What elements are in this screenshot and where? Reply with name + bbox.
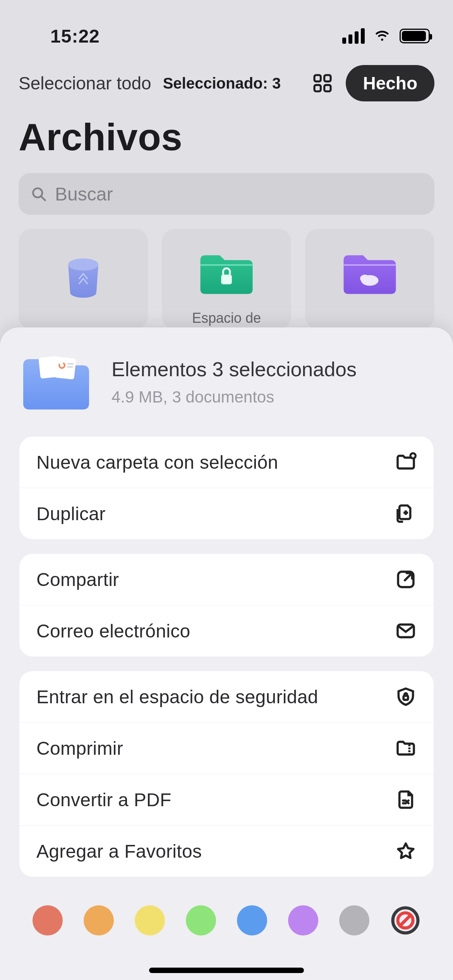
share-icon xyxy=(395,569,417,590)
secure-folder-icon xyxy=(197,250,256,297)
svg-rect-3 xyxy=(324,85,331,91)
shield-lock-icon xyxy=(395,686,417,708)
trash-icon xyxy=(58,250,108,301)
color-tags-row xyxy=(19,891,434,953)
color-tag-grey[interactable] xyxy=(339,905,369,935)
convert-pdf-row[interactable]: Convertir a PDF xyxy=(19,774,434,825)
enter-secure-space-row[interactable]: Entrar en el espacio de seguridad xyxy=(19,671,434,722)
color-tag-red[interactable] xyxy=(33,905,63,935)
svg-rect-23 xyxy=(403,696,408,700)
toolbar: Seleccionar todo Seleccionado: 3 Hecho xyxy=(0,58,453,101)
duplicate-row[interactable]: Duplicar xyxy=(19,488,434,539)
color-tag-orange[interactable] xyxy=(84,905,114,935)
color-tag-blue[interactable] xyxy=(237,905,267,935)
search-field[interactable] xyxy=(19,173,434,215)
row-label: Nueva carpeta con selección xyxy=(36,452,278,473)
email-row[interactable]: Correo electrónico xyxy=(19,605,434,656)
svg-rect-0 xyxy=(314,75,321,81)
row-label: Entrar en el espacio de seguridad xyxy=(36,686,318,708)
compress-row[interactable]: Comprimir xyxy=(19,722,434,774)
color-tag-none[interactable] xyxy=(390,905,420,935)
sheet-group-1: Nueva carpeta con selección Duplicar xyxy=(19,437,434,539)
secure-folder-tile[interactable]: Espacio de xyxy=(162,229,291,329)
row-label: Compartir xyxy=(36,569,119,590)
row-label: Agregar a Favoritos xyxy=(36,841,202,862)
wifi-icon xyxy=(373,26,391,46)
row-label: Duplicar xyxy=(36,503,105,524)
page-title: Archivos xyxy=(0,101,453,168)
sheet-group-3: Entrar en el espacio de seguridad Compri… xyxy=(19,671,434,877)
sheet-title: Elementos 3 seleccionados xyxy=(112,358,357,381)
svg-line-27 xyxy=(400,915,411,926)
select-all-button[interactable]: Seleccionar todo xyxy=(19,73,151,94)
status-bar: 15:22 xyxy=(0,0,453,58)
color-tag-yellow[interactable] xyxy=(135,905,165,935)
svg-rect-1 xyxy=(324,75,331,81)
sheet-group-2: Compartir Correo electrónico xyxy=(19,554,434,656)
cellular-signal-icon xyxy=(342,28,365,44)
search-input[interactable] xyxy=(55,183,423,205)
sheet-subtitle: 4.9 MB, 3 documentos xyxy=(112,388,357,406)
share-row[interactable]: Compartir xyxy=(19,554,434,605)
action-sheet: Elementos 3 seleccionados 4.9 MB, 3 docu… xyxy=(0,327,453,980)
svg-point-10 xyxy=(360,275,370,283)
svg-rect-7 xyxy=(221,275,232,284)
tile-caption: Espacio de xyxy=(192,310,261,326)
status-indicators xyxy=(342,26,430,46)
add-favorite-row[interactable]: Agregar a Favoritos xyxy=(19,825,434,877)
star-icon xyxy=(395,840,417,862)
view-grid-button[interactable] xyxy=(311,72,334,95)
svg-rect-2 xyxy=(314,85,321,91)
compress-icon xyxy=(395,737,417,759)
search-icon xyxy=(30,185,47,202)
email-icon xyxy=(395,620,417,642)
home-indicator[interactable] xyxy=(149,968,304,973)
svg-rect-12 xyxy=(54,356,76,379)
svg-line-5 xyxy=(41,196,45,200)
color-tag-green[interactable] xyxy=(186,905,216,935)
row-label: Convertir a PDF xyxy=(36,789,172,810)
cloud-folder-icon xyxy=(341,250,399,297)
folder-tiles: Espacio de xyxy=(0,229,453,329)
cloud-folder-tile[interactable] xyxy=(305,229,434,329)
done-button[interactable]: Hecho xyxy=(346,65,434,101)
row-label: Comprimir xyxy=(36,738,123,759)
new-folder-with-selection-row[interactable]: Nueva carpeta con selección xyxy=(19,437,434,488)
trash-tile[interactable] xyxy=(19,229,148,329)
selected-count-label: Seleccionado: 3 xyxy=(163,75,281,92)
sheet-header: Elementos 3 seleccionados 4.9 MB, 3 docu… xyxy=(19,349,434,415)
color-tag-purple[interactable] xyxy=(288,905,318,935)
status-time: 15:22 xyxy=(23,26,100,47)
battery-icon xyxy=(400,29,430,43)
duplicate-icon xyxy=(395,503,417,524)
selected-files-icon xyxy=(19,349,93,415)
new-folder-icon xyxy=(395,451,417,473)
row-label: Correo electrónico xyxy=(36,620,190,642)
convert-pdf-icon xyxy=(395,789,417,810)
